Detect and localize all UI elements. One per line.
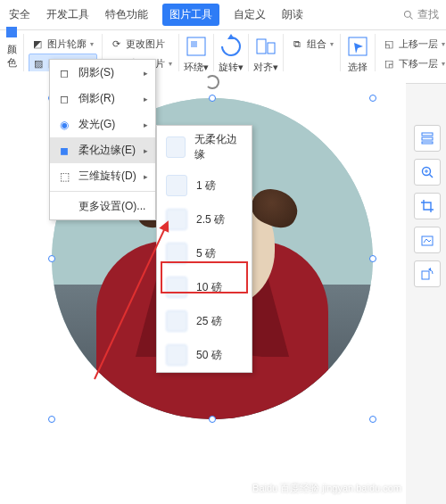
rotate-icon: [219, 34, 244, 59]
select-pane-big-icon: [345, 34, 370, 59]
tab-picture-tools[interactable]: 图片工具: [162, 4, 219, 26]
soft-edge-50pt[interactable]: 50 磅: [157, 338, 252, 372]
side-tool-properties[interactable]: [414, 125, 441, 152]
side-tool-replace[interactable]: [414, 227, 441, 253]
bring-forward-button[interactable]: ◱上移一层▾: [380, 34, 446, 54]
svg-line-1: [410, 16, 413, 19]
align-icon: [253, 34, 278, 59]
resize-handle-tm[interactable]: [209, 95, 216, 102]
resize-handle-mr[interactable]: [369, 255, 376, 262]
svg-rect-6: [257, 39, 266, 54]
menu-item-glow[interactable]: ◉发光(G)▸: [50, 112, 155, 137]
svg-rect-10: [422, 133, 433, 136]
svg-rect-7: [268, 43, 275, 54]
soft-edge-25pt[interactable]: 25 磅: [157, 304, 252, 338]
soft-edges-submenu: 无柔化边缘 1 磅 2.5 磅 5 磅 10 磅 25 磅 50 磅: [156, 125, 252, 373]
fill-icon[interactable]: [4, 25, 19, 41]
resize-handle-ml[interactable]: [48, 255, 55, 262]
menu-item-more-settings[interactable]: 更多设置(O)...: [50, 194, 155, 219]
side-tool-rotate[interactable]: [414, 260, 441, 287]
resize-handle-tr[interactable]: [369, 95, 376, 102]
picture-outline-button[interactable]: ◩图片轮廓▾: [29, 34, 97, 54]
svg-rect-12: [422, 142, 433, 144]
menu-item-shadow[interactable]: ◻阴影(S)▸: [50, 60, 155, 86]
tab-read[interactable]: 朗读: [280, 4, 305, 26]
soft-edge-1pt[interactable]: 1 磅: [157, 169, 252, 202]
side-tool-zoom[interactable]: [414, 159, 441, 186]
svg-point-0: [405, 11, 411, 17]
svg-rect-4: [191, 41, 197, 47]
tab-security[interactable]: 安全: [7, 4, 32, 26]
side-tool-crop[interactable]: [414, 193, 441, 219]
svg-rect-11: [422, 137, 433, 140]
svg-rect-18: [422, 271, 429, 279]
watermark: Baidu 百度经验 jingyan.baidu.com: [252, 482, 401, 495]
rotate-handle[interactable]: [205, 75, 219, 89]
resize-handle-br[interactable]: [369, 416, 376, 423]
soft-edge-5pt[interactable]: 5 磅: [157, 236, 252, 270]
tab-custom[interactable]: 自定义: [232, 4, 268, 26]
wrap-icon: [184, 34, 209, 59]
search-box[interactable]: 查找: [403, 4, 439, 26]
menu-item-reflection[interactable]: ◻倒影(R)▸: [50, 86, 155, 112]
group-button[interactable]: ⧉组合▾: [288, 34, 335, 54]
search-label: 查找: [417, 7, 439, 22]
resize-handle-bl[interactable]: [48, 416, 55, 423]
soft-edge-none[interactable]: 无柔化边缘: [157, 126, 252, 169]
svg-rect-2: [6, 27, 17, 37]
soft-edge-2-5pt[interactable]: 2.5 磅: [157, 202, 252, 236]
svg-marker-19: [428, 268, 431, 271]
soft-edge-10pt[interactable]: 10 磅: [157, 270, 252, 304]
svg-marker-5: [227, 34, 235, 39]
picture-effects-menu: ◻阴影(S)▸ ◻倒影(R)▸ ◉发光(G)▸ ◼柔化边缘(E)▸ ⬚三维旋转(…: [49, 59, 156, 220]
menu-item-3d-rotation[interactable]: ⬚三维旋转(D)▸: [50, 163, 155, 189]
tab-features[interactable]: 特色功能: [103, 4, 150, 26]
resize-handle-bm[interactable]: [209, 416, 216, 423]
send-backward-button[interactable]: ◲下移一层▾: [380, 54, 446, 73]
tab-devtools[interactable]: 开发工具: [45, 4, 91, 26]
svg-line-14: [430, 175, 434, 178]
menu-item-soft-edges[interactable]: ◼柔化边缘(E)▸: [50, 137, 155, 163]
search-icon: [403, 10, 414, 21]
change-picture-button[interactable]: ⟳更改图片: [107, 34, 174, 54]
svg-rect-17: [422, 236, 433, 245]
